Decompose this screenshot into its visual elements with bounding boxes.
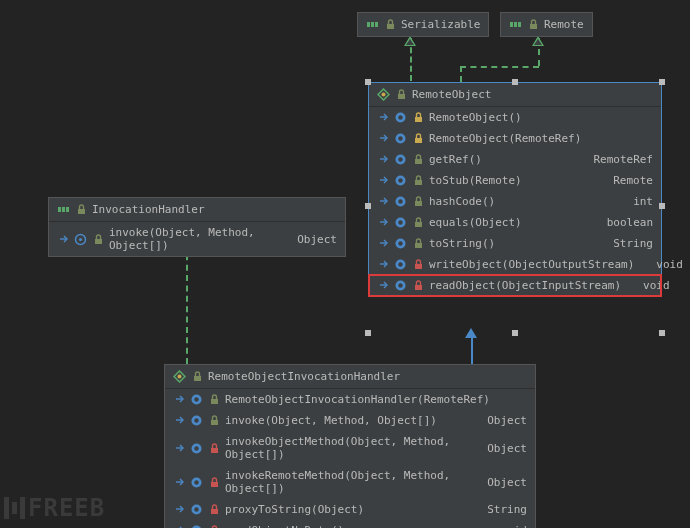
member-row[interactable]: invokeObjectMethod(Object, Method, Objec… [165, 431, 535, 465]
member-row[interactable]: toStub(Remote)Remote [369, 170, 661, 191]
method-icon [394, 153, 407, 166]
interface-icon [57, 203, 70, 216]
member-ret: void [625, 279, 670, 292]
member-row[interactable]: invoke(Object, Method, Object[]) Object [49, 222, 345, 256]
member-row[interactable]: equals(Object)boolean [369, 212, 661, 233]
method-icon [394, 195, 407, 208]
member-ret: Object [279, 233, 337, 246]
class-remoteobject[interactable]: RemoteObject RemoteObject()RemoteObject(… [368, 82, 662, 297]
member-ret: Remote [595, 174, 653, 187]
lock-icon [191, 370, 204, 383]
override-icon [173, 524, 186, 528]
member-sig: equals(Object) [429, 216, 522, 229]
lock-icon [395, 88, 408, 101]
member-ret: Object [469, 442, 527, 455]
member-ret: Object [469, 476, 527, 489]
override-icon [377, 153, 390, 166]
member-sig: proxyToString(Object) [225, 503, 364, 516]
override-icon [377, 279, 390, 292]
lock-icon [384, 18, 397, 31]
class-icon [173, 370, 186, 383]
member-ret: int [615, 195, 653, 208]
override-icon [377, 258, 390, 271]
override-icon [173, 414, 186, 427]
member-row[interactable]: RemoteObject() [369, 107, 661, 128]
member-sig: toStub(Remote) [429, 174, 522, 187]
lock-icon [412, 111, 425, 124]
method-icon [394, 216, 407, 229]
member-row[interactable]: invoke(Object, Method, Object[])Object [165, 410, 535, 431]
lock-icon [412, 195, 425, 208]
interface-icon [509, 18, 522, 31]
interface-remote[interactable]: Remote [500, 12, 593, 37]
override-icon [173, 442, 186, 455]
member-row[interactable]: toString()String [369, 233, 661, 254]
member-sig: readObjectNoData() [225, 524, 344, 528]
method-icon [394, 279, 407, 292]
watermark: FREEB [4, 494, 105, 522]
lock-icon [208, 442, 221, 455]
lock-icon [208, 393, 221, 406]
member-row[interactable]: readObject(ObjectInputStream)void [369, 275, 661, 296]
interface-name: Serializable [401, 18, 480, 31]
member-sig: invokeRemoteMethod(Object, Method, Objec… [225, 469, 465, 495]
member-ret: Object [469, 414, 527, 427]
member-sig: RemoteObject(RemoteRef) [429, 132, 581, 145]
override-icon [173, 503, 186, 516]
member-row[interactable]: RemoteObjectInvocationHandler(RemoteRef) [165, 389, 535, 410]
member-sig: getRef() [429, 153, 482, 166]
member-sig: toString() [429, 237, 495, 250]
member-sig: writeObject(ObjectOutputStream) [429, 258, 634, 271]
override-icon [377, 216, 390, 229]
lock-icon [412, 174, 425, 187]
method-icon [394, 258, 407, 271]
override-icon [57, 233, 70, 246]
member-row[interactable]: readObjectNoData()void [165, 520, 535, 528]
member-row[interactable]: RemoteObject(RemoteRef) [369, 128, 661, 149]
lock-icon [208, 524, 221, 528]
method-icon [190, 393, 203, 406]
method-icon [394, 111, 407, 124]
lock-icon [92, 233, 105, 246]
member-ret: boolean [589, 216, 653, 229]
interface-invocationhandler[interactable]: InvocationHandler invoke(Object, Method,… [48, 197, 346, 257]
member-sig: invoke(Object, Method, Object[]) [109, 226, 275, 252]
member-row[interactable]: getRef()RemoteRef [369, 149, 661, 170]
override-icon [173, 476, 186, 489]
method-icon [394, 237, 407, 250]
member-row[interactable]: invokeRemoteMethod(Object, Method, Objec… [165, 465, 535, 499]
lock-icon [208, 476, 221, 489]
class-remoteobjectinvocationhandler[interactable]: RemoteObjectInvocationHandler RemoteObje… [164, 364, 536, 528]
lock-icon [412, 132, 425, 145]
class-name: RemoteObjectInvocationHandler [208, 370, 400, 383]
lock-icon [75, 203, 88, 216]
method-icon [190, 442, 203, 455]
member-ret: void [483, 524, 528, 528]
override-icon [377, 132, 390, 145]
lock-icon [412, 279, 425, 292]
lock-icon [412, 258, 425, 271]
member-sig: RemoteObject() [429, 111, 522, 124]
member-ret: void [638, 258, 683, 271]
member-sig: invokeObjectMethod(Object, Method, Objec… [225, 435, 465, 461]
method-icon [190, 503, 203, 516]
member-row[interactable]: writeObject(ObjectOutputStream)void [369, 254, 661, 275]
member-ret: String [595, 237, 653, 250]
member-ret: String [469, 503, 527, 516]
lock-icon [412, 216, 425, 229]
method-icon [190, 476, 203, 489]
interface-serializable[interactable]: Serializable [357, 12, 489, 37]
member-row[interactable]: hashCode()int [369, 191, 661, 212]
lock-icon [527, 18, 540, 31]
method-icon [74, 233, 87, 246]
member-sig: RemoteObjectInvocationHandler(RemoteRef) [225, 393, 490, 406]
override-icon [377, 174, 390, 187]
method-icon [190, 414, 203, 427]
lock-icon [412, 237, 425, 250]
interface-icon [366, 18, 379, 31]
override-icon [377, 237, 390, 250]
lock-icon [208, 503, 221, 516]
member-row[interactable]: proxyToString(Object)String [165, 499, 535, 520]
method-icon [394, 132, 407, 145]
method-icon [190, 524, 203, 528]
